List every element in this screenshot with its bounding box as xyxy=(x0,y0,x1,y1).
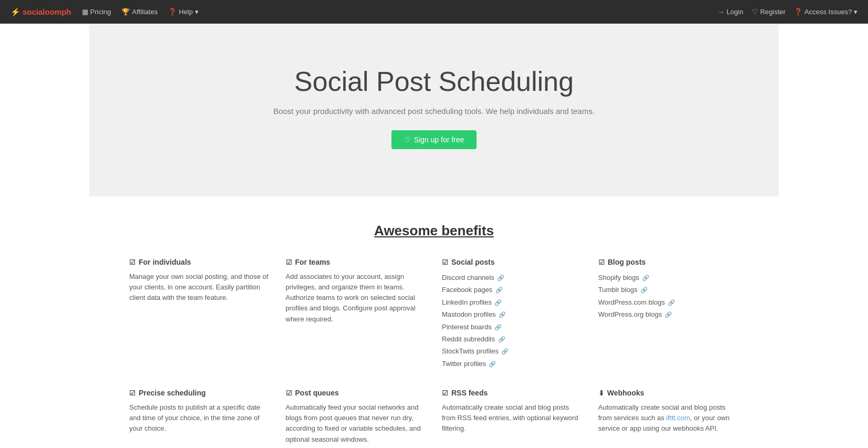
twitter-link[interactable]: Twitter profiles 🔗 xyxy=(442,358,583,370)
shopify-link[interactable]: Shopify blogs 🔗 xyxy=(598,272,739,284)
check-icon: ☑ xyxy=(442,389,448,397)
hero-subtitle: Boost your productivity with advanced po… xyxy=(100,107,768,116)
benefit-text: Automatically feed your social networks … xyxy=(286,402,427,445)
benefits-title: Awesome benefits xyxy=(129,223,739,239)
reddit-link[interactable]: Reddit subreddits 🔗 xyxy=(442,333,583,345)
check-icon: ☑ xyxy=(598,258,605,266)
signup-button[interactable]: ♡ Sign up for free xyxy=(391,130,477,149)
register-label: Register xyxy=(760,8,786,16)
help-label: Help ▾ xyxy=(179,8,198,16)
benefits-section: Awesome benefits ☑ For individuals Manag… xyxy=(119,196,749,448)
benefit-heading: Blog posts xyxy=(608,258,646,266)
benefit-webhooks: ⬇ Webhooks Automatically create social a… xyxy=(598,389,739,445)
pricing-link[interactable]: ▦ Pricing xyxy=(82,8,111,16)
benefit-heading: For individuals xyxy=(139,258,191,266)
brand-logo[interactable]: ⚡ socialoomph xyxy=(11,7,71,17)
benefit-text: Add associates to your account, assign p… xyxy=(286,272,427,325)
linkedin-link[interactable]: LinkedIn profiles 🔗 xyxy=(442,296,583,308)
hero-title: Social Post Scheduling xyxy=(100,66,768,97)
check-icon: ☑ xyxy=(286,389,292,397)
help-link[interactable]: ❓ Help ▾ xyxy=(168,8,198,16)
benefit-heading: Precise scheduling xyxy=(139,389,206,397)
blog-links-list: Shopify blogs 🔗 Tumblr blogs 🔗 WordPress… xyxy=(598,272,739,321)
signup-label: Sign up for free xyxy=(414,136,464,144)
benefit-text: Automatically create social and blog pos… xyxy=(598,402,739,434)
access-issues-link[interactable]: ❓ Access Issues? ▾ xyxy=(794,8,857,16)
navbar: ⚡ socialoomph ▦ Pricing 🏆 Affiliates ❓ H… xyxy=(0,0,868,24)
check-icon: ☑ xyxy=(129,389,136,397)
benefit-heading: RSS feeds xyxy=(451,389,488,397)
hero-section: Social Post Scheduling Boost your produc… xyxy=(89,24,779,196)
ifttt-link[interactable]: ifttt.com xyxy=(666,414,690,422)
wporg-link[interactable]: WordPress.org blogs 🔗 xyxy=(598,308,739,320)
benefit-heading: Webhooks xyxy=(607,389,645,397)
register-link[interactable]: ♡ Register xyxy=(752,8,786,16)
benefit-for-individuals: ☑ For individuals Manage your own social… xyxy=(129,258,270,370)
benefit-post-queues: ☑ Post queues Automatically feed your so… xyxy=(286,389,427,445)
affiliates-link[interactable]: 🏆 Affiliates xyxy=(121,8,158,16)
benefit-text: Automatically create social and blog pos… xyxy=(442,402,583,434)
login-link[interactable]: → Login xyxy=(718,8,743,16)
facebook-link[interactable]: Facebook pages 🔗 xyxy=(442,284,583,296)
benefit-for-teams: ☑ For teams Add associates to your accou… xyxy=(286,258,427,370)
register-icon: ♡ xyxy=(752,8,758,16)
stocktwits-link[interactable]: StockTwits profiles 🔗 xyxy=(442,345,583,357)
check-icon: ☑ xyxy=(442,258,448,266)
access-label: Access Issues? ▾ xyxy=(804,8,857,16)
benefit-heading: For teams xyxy=(295,258,330,266)
affiliates-icon: 🏆 xyxy=(121,8,130,16)
mastodon-link[interactable]: Mastodon profiles 🔗 xyxy=(442,308,583,320)
check-icon: ☑ xyxy=(129,258,136,266)
benefit-blog-posts: ☑ Blog posts Shopify blogs 🔗 Tumblr blog… xyxy=(598,258,739,370)
benefit-text: Schedule posts to publish at a specific … xyxy=(129,402,270,434)
brand-icon: ⚡ xyxy=(11,7,20,17)
benefit-heading: Social posts xyxy=(451,258,494,266)
discord-link[interactable]: Discord channels 🔗 xyxy=(442,272,583,284)
benefit-social-posts: ☑ Social posts Discord channels 🔗 Facebo… xyxy=(442,258,583,370)
benefit-text: Manage your own social posting, and thos… xyxy=(129,272,270,303)
signup-heart-icon: ♡ xyxy=(404,136,411,144)
login-icon: → xyxy=(718,8,725,16)
pinterest-link[interactable]: Pinterest boards 🔗 xyxy=(442,321,583,333)
brand-name: socialoomph xyxy=(23,7,71,16)
benefit-rss-feeds: ☑ RSS feeds Automatically create social … xyxy=(442,389,583,445)
affiliates-label: Affiliates xyxy=(132,8,158,16)
login-label: Login xyxy=(727,8,743,16)
tumblr-link[interactable]: Tumblr blogs 🔗 xyxy=(598,284,739,296)
social-links-list: Discord channels 🔗 Facebook pages 🔗 Link… xyxy=(442,272,583,370)
pricing-icon: ▦ xyxy=(82,8,88,16)
access-icon: ❓ xyxy=(794,8,802,16)
help-icon: ❓ xyxy=(168,8,177,16)
download-icon: ⬇ xyxy=(598,389,604,397)
benefit-precise-scheduling: ☑ Precise scheduling Schedule posts to p… xyxy=(129,389,270,445)
benefits-grid: ☑ For individuals Manage your own social… xyxy=(129,258,739,448)
pricing-label: Pricing xyxy=(90,8,111,16)
benefit-heading: Post queues xyxy=(295,389,339,397)
wpcom-link[interactable]: WordPress.com blogs 🔗 xyxy=(598,296,739,308)
check-icon: ☑ xyxy=(286,258,292,266)
